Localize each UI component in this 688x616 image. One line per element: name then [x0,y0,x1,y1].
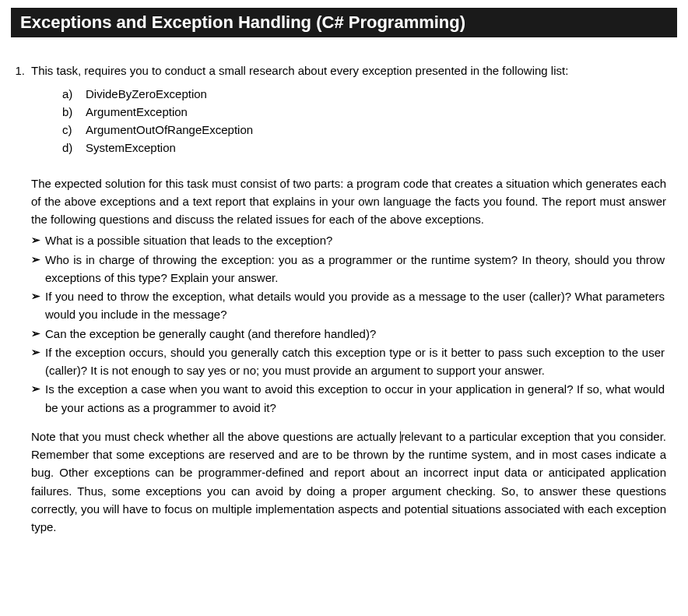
arrow-icon: ➢ [31,251,45,269]
document-title: Exceptions and Exception Handling (C# Pr… [20,12,465,32]
list-text: SystemException [81,139,176,157]
question-text: Who is in charge of throwing the excepti… [45,251,666,287]
question-text: Can the exception be generally caught (a… [45,325,666,343]
question-list: ➢ What is a possible situation that lead… [31,231,666,417]
arrow-icon: ➢ [31,343,45,361]
note-text-before: Note that you must check whether all the… [31,430,400,443]
list-item: b) ArgumentException [62,103,666,121]
arrow-icon: ➢ [31,287,45,305]
note-paragraph: Note that you must check whether all the… [31,428,666,537]
note-text-after: relevant to a particular exception that … [31,430,666,533]
task-intro: This task, requires you to conduct a sma… [31,62,666,80]
list-text: ArgumentException [81,103,188,121]
task-content: This task, requires you to conduct a sma… [31,62,666,536]
list-label: a) [62,85,81,103]
list-label: b) [62,103,81,121]
task-item: 1. This task, requires you to conduct a … [11,62,666,536]
list-item: c) ArgumentOutOfRangeException [62,121,666,139]
list-label: c) [62,121,81,139]
arrow-icon: ➢ [31,325,45,343]
list-item: ➢ Can the exception be generally caught … [31,325,666,343]
expected-paragraph: The expected solution for this task must… [31,174,666,229]
question-text: Is the exception a case when you want to… [45,380,666,417]
list-item: ➢ What is a possible situation that lead… [31,231,666,249]
list-item: ➢ Is the exception a case when you want … [31,380,666,417]
question-text: What is a possible situation that leads … [45,231,666,249]
document-body: 1. This task, requires you to conduct a … [0,37,688,551]
task-number: 1. [11,62,31,80]
arrow-icon: ➢ [31,380,45,398]
list-label: d) [62,139,81,157]
question-text: If the exception occurs, should you gene… [45,343,666,380]
list-text: DivideByZeroException [81,85,207,103]
exception-list: a) DivideByZeroException b) ArgumentExce… [62,85,666,157]
list-item: a) DivideByZeroException [62,85,666,103]
question-text: If you need to throw the exception, what… [45,287,666,324]
arrow-icon: ➢ [31,231,45,249]
document-title-bar: Exceptions and Exception Handling (C# Pr… [11,8,677,37]
list-item: ➢ Who is in charge of throwing the excep… [31,251,666,287]
list-item: ➢ If you need to throw the exception, wh… [31,287,666,324]
list-text: ArgumentOutOfRangeException [81,121,253,139]
list-item: ➢ If the exception occurs, should you ge… [31,343,666,380]
list-item: d) SystemException [62,139,666,157]
